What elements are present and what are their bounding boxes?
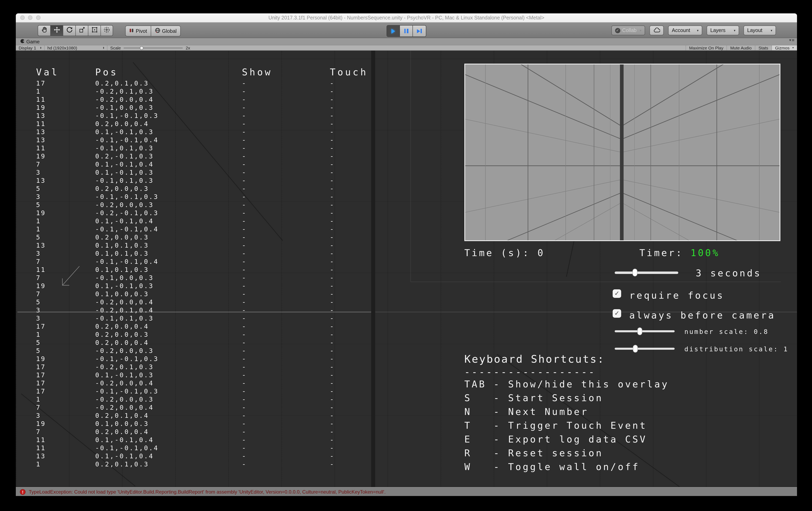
- rotate-icon: [66, 26, 73, 35]
- pivot-global-group: Pivot Global: [125, 26, 181, 36]
- cell-pos: -0.2,-0.1,0.3: [95, 209, 158, 217]
- layers-dropdown[interactable]: Layers ▾: [707, 26, 739, 35]
- cell-pos: -0.1,-0.1,0.4: [95, 444, 158, 452]
- unity-window: Unity 2017.3.1f1 Personal (64bit) - Numb…: [16, 13, 797, 496]
- scale-slider[interactable]: [123, 47, 183, 49]
- global-toggle-button[interactable]: Global: [151, 26, 180, 36]
- updown-arrows-icon: ▴▾: [40, 47, 41, 49]
- layout-dropdown[interactable]: Layout ▾: [744, 26, 776, 35]
- play-button[interactable]: [387, 26, 400, 36]
- chevron-down-icon: ▾: [734, 29, 735, 32]
- cell-pos: 0.2,0.1,0.4: [95, 412, 149, 419]
- number-scale-slider-thumb[interactable]: [637, 328, 642, 335]
- cell-val: 11: [36, 120, 46, 127]
- scene-center-pillar: [371, 51, 375, 487]
- stats-toggle[interactable]: Stats: [755, 46, 772, 50]
- close-window-button[interactable]: [20, 16, 25, 20]
- scale-tool-button[interactable]: [75, 25, 88, 36]
- cell-touch: -: [330, 274, 335, 282]
- cell-show: -: [242, 242, 247, 249]
- move-tool-button[interactable]: [50, 25, 63, 36]
- console-statusbar[interactable]: ! TypeLoadException: Could not load type…: [16, 487, 797, 496]
- tab-game[interactable]: Game: [17, 38, 43, 45]
- titlebar: Unity 2017.3.1f1 Personal (64bit) - Numb…: [16, 13, 797, 22]
- game-view-controlbar: Display 1 ▴▾ hd (1920x1080) ▴▾ Scale 2x …: [16, 45, 797, 51]
- cell-show: -: [242, 298, 247, 306]
- cell-val: 5: [36, 185, 41, 193]
- cell-val: 13: [36, 136, 46, 144]
- timer-value: 100%: [691, 248, 720, 258]
- pause-button[interactable]: [400, 26, 413, 36]
- transform-tool-button[interactable]: [100, 25, 113, 36]
- cell-val: 1: [36, 396, 41, 403]
- step-button[interactable]: [413, 26, 426, 36]
- scale-slider-thumb[interactable]: [140, 46, 143, 50]
- chevron-down-icon: ▾: [771, 29, 772, 32]
- mute-audio-toggle[interactable]: Mute Audio: [727, 46, 755, 50]
- cell-pos: -0.1,-0.1,0.4: [95, 225, 158, 233]
- display-select[interactable]: Display 1 ▴▾: [16, 46, 45, 50]
- shortcut-description: Start Session: [508, 393, 603, 403]
- distribution-scale-slider[interactable]: [615, 348, 675, 350]
- number-scale-slider[interactable]: [615, 330, 675, 332]
- maximize-on-play-toggle[interactable]: Maximize On Play: [686, 46, 727, 50]
- cell-pos: 0.1,-0.1,0.4: [95, 452, 154, 460]
- hand-tool-button[interactable]: [38, 25, 50, 36]
- vr-camera-preview: [464, 64, 780, 241]
- rect-tool-icon: [91, 26, 98, 35]
- always-before-camera-checkbox[interactable]: ✓: [613, 309, 621, 318]
- chevron-down-icon: ▾: [640, 29, 641, 32]
- account-dropdown[interactable]: Account ▾: [668, 26, 702, 35]
- cell-show: -: [242, 420, 247, 428]
- cell-show: -: [242, 306, 247, 314]
- cell-touch: -: [330, 322, 335, 330]
- column-header-show: Show: [242, 67, 272, 77]
- pivot-toggle-button[interactable]: Pivot: [125, 26, 151, 36]
- rotate-tool-button[interactable]: [63, 25, 75, 36]
- cell-pos: -0.1,-0.1,0.3: [95, 388, 158, 395]
- cell-val: 7: [36, 258, 41, 265]
- timer-duration-slider[interactable]: [615, 272, 678, 274]
- shortcut-item: R-Reset session: [464, 448, 669, 461]
- cell-val: 19: [36, 355, 46, 363]
- cell-show: -: [242, 266, 247, 274]
- cell-show: -: [242, 169, 247, 176]
- cell-val: 5: [36, 347, 41, 354]
- cell-touch: -: [330, 428, 335, 436]
- cell-show: -: [242, 371, 247, 379]
- cell-val: 1: [36, 217, 41, 225]
- cell-pos: -0.2,0.0,0.4: [95, 298, 154, 306]
- scene-wall-edge-line: [18, 312, 371, 312]
- cell-pos: 0.1,0.1,0.3: [95, 242, 149, 249]
- cell-pos: -0.2,0.0,0.3: [95, 396, 154, 403]
- room-grid-render: [465, 64, 780, 240]
- cell-pos: 0.1,-0.1,0.3: [95, 128, 154, 136]
- playmode-controls: [386, 25, 426, 37]
- cell-pos: -0.1,0.1,0.3: [95, 144, 154, 152]
- cell-show: -: [242, 250, 247, 257]
- shortcut-separator: -: [494, 448, 508, 458]
- resolution-select[interactable]: hd (1920x1080) ▴▾: [45, 46, 107, 50]
- cell-show: -: [242, 193, 247, 201]
- cell-show: -: [242, 404, 247, 411]
- distribution-scale-slider-thumb[interactable]: [633, 345, 638, 352]
- minimize-window-button[interactable]: [28, 16, 32, 20]
- cloud-services-button[interactable]: [649, 26, 664, 35]
- gizmos-dropdown[interactable]: Gizmos ▾: [772, 46, 797, 50]
- shortcut-separator: -: [494, 393, 508, 403]
- collab-dropdown[interactable]: ✓ Collab ▾: [611, 26, 645, 35]
- zoom-window-button[interactable]: [36, 16, 40, 20]
- cell-touch: -: [330, 120, 335, 127]
- collab-label: Collab: [622, 28, 637, 33]
- rect-tool-button[interactable]: [88, 25, 100, 36]
- resolution-select-value: hd (1920x1080): [48, 46, 77, 50]
- view-tabbar: Game ▾≡: [16, 38, 797, 45]
- error-message: TypeLoadException: Could not load type '…: [29, 487, 385, 496]
- cell-val: 1: [36, 460, 41, 468]
- cell-touch: -: [330, 128, 335, 136]
- tab-options-icon[interactable]: ▾≡: [789, 38, 795, 42]
- cell-touch: -: [330, 169, 335, 176]
- require-focus-checkbox[interactable]: ✓: [613, 289, 621, 298]
- timer-duration-slider-thumb[interactable]: [633, 269, 637, 276]
- cell-pos: 0.1,0.1,0.3: [95, 250, 149, 257]
